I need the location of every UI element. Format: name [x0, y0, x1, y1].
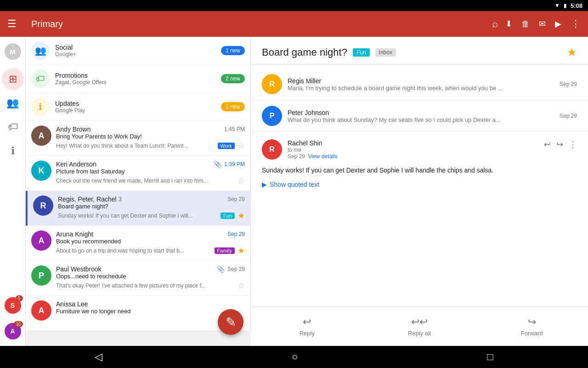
show-quoted-text[interactable]: ▶ Show quoted text [262, 181, 577, 188]
msg-exp-sender-rachel: Rachel Shin [288, 139, 538, 147]
sender-aruna-knight: Aruna Knight [56, 230, 225, 238]
star-paul-westbrook[interactable]: ☆ [237, 281, 245, 291]
attachment-keri-icon: 📎 [214, 161, 221, 168]
message-rachel-expanded: R Rachel Shin to me Sep 29 View details … [251, 132, 588, 199]
preview-aruna-knight: About to go on a trip and was hoping to … [56, 247, 212, 254]
tag-board-game: Fun [220, 213, 235, 219]
sender-andy-brown: Andy Brown [56, 126, 221, 133]
updates-new-badge: 1 new [221, 102, 245, 111]
avatar-keri-anderson: K [31, 161, 51, 181]
email-row-anissa-lee[interactable]: A Anissa Lee Furniture we no longer need… [26, 296, 250, 331]
promotions-new-badge: 2 new [221, 74, 245, 83]
avatar-andy-brown: A [31, 126, 51, 146]
email-detail: Board game night? Fun Inbox ★ R Regis Mi… [251, 37, 588, 346]
category-social[interactable]: 👥 Social Google+ 1 new [26, 37, 250, 65]
sidebar-item-people[interactable]: 👥 [2, 92, 24, 114]
detail-header: Board game night? Fun Inbox ★ [251, 37, 588, 65]
email-row-andy-brown[interactable]: A Andy Brown 1:45 PM Bring Your Parents … [26, 121, 250, 156]
social-category-name: Social [55, 44, 215, 51]
label-icon: 🏷 [8, 121, 18, 133]
preview-keri-anderson: Check out the new friend we made, Merril… [56, 178, 235, 184]
bottom-nav: ◁ ○ □ [0, 346, 588, 368]
recent-button[interactable]: □ [487, 351, 493, 363]
star-board-game[interactable]: ★ [237, 211, 245, 221]
app-title: Primary [31, 19, 485, 29]
subject-andy-brown: Bring Your Parents to Work Day! [56, 133, 245, 140]
email-row-aruna-knight[interactable]: A Aruna Knight Sep 29 Book you recommend… [26, 226, 250, 261]
email-row-keri-anderson[interactable]: K Keri Anderson 📎 1:39 PM Picture from l… [26, 156, 250, 191]
star-keri-anderson[interactable]: ☆ [237, 176, 245, 186]
detail-subject: Board game night? [262, 46, 347, 58]
sender-anissa-lee: Anissa Lee [56, 300, 245, 308]
social-category-icon: 👥 [31, 41, 50, 60]
view-details-link[interactable]: View details [308, 153, 338, 160]
msg-exp-to-rachel: to me [288, 147, 538, 153]
email-row-board-game[interactable]: R Regis, Peter, Rachel 3 Sep 29 Board ga… [26, 191, 250, 226]
time-paul-westbrook: Sep 29 [227, 266, 245, 272]
forward-button[interactable]: ↪ Forward [475, 310, 588, 342]
star-andy-brown[interactable]: ☆ [237, 141, 245, 151]
menu-icon[interactable]: ☰ [7, 18, 17, 30]
avatar-aruna-knight: A [31, 230, 51, 251]
search-icon[interactable]: ⌕ [492, 18, 498, 30]
sidebar-avatar[interactable]: M [2, 40, 24, 63]
subject-aruna-knight: Book you recommended [56, 238, 245, 245]
detail-tag-fun: Fun [353, 48, 370, 57]
updates-category-name: Updates [55, 100, 215, 107]
mail-button[interactable]: ✉ [539, 19, 546, 29]
email-row-paul-westbrook[interactable]: P Paul Westbrook 📎 Sep 29 Oops...need to… [26, 261, 250, 296]
label-button[interactable]: ▶ [555, 19, 561, 29]
sidebar-item-inbox[interactable]: ⊞ [2, 68, 24, 90]
sidebar-item-label[interactable]: 🏷 [2, 116, 24, 138]
avatar-regis: R [262, 74, 282, 94]
preview-board-game: Sunday works! If you can get Dexter and … [58, 213, 218, 219]
sidebar-avatar-bottom-2[interactable]: A 10 [2, 320, 24, 342]
message-peter[interactable]: P Peter Johnson What do you think about … [251, 100, 588, 132]
compose-fab[interactable]: ✎ [218, 309, 243, 335]
reply-all-icon: ↩↩ [411, 316, 428, 328]
people-icon: 👥 [6, 97, 19, 109]
forward-inline-button[interactable]: ↪ [556, 139, 563, 150]
compose-icon: ✎ [226, 315, 236, 330]
social-new-badge: 1 new [221, 46, 245, 55]
reply-button[interactable]: ↩ Reply [251, 310, 363, 342]
time-andy-brown: 1:45 PM [224, 126, 245, 132]
time-keri-anderson: 1:39 PM [224, 161, 245, 167]
sidebar-item-info[interactable]: ℹ [2, 140, 24, 162]
more-inline-button[interactable]: ⋮ [569, 139, 577, 150]
star-aruna-knight[interactable]: ★ [237, 246, 245, 256]
category-updates[interactable]: ℹ Updates Google Play 1 new [26, 93, 250, 121]
home-button[interactable]: ○ [292, 351, 298, 363]
messages-area: R Regis Miller Maria, I'm trying to sche… [251, 65, 588, 306]
message-regis[interactable]: R Regis Miller Maria, I'm trying to sche… [251, 69, 588, 100]
forward-label: Forward [521, 330, 543, 337]
social-category-subtitle: Google+ [55, 51, 215, 58]
delete-button[interactable]: 🗑 [521, 19, 530, 29]
status-time: 5:08 [571, 2, 582, 9]
back-button[interactable]: ◁ [95, 351, 102, 363]
subject-board-game: Board game night? [58, 203, 245, 210]
category-promotions[interactable]: 🏷 Promotions Zagat, Google Offers 2 new [26, 65, 250, 93]
tag-aruna-knight: Family [215, 247, 235, 254]
avatar-peter: P [262, 106, 282, 126]
battery-icon: ▮ [564, 2, 567, 9]
msg-exp-date-rachel: Sep 29 View details [288, 153, 538, 160]
email-list: 👥 Social Google+ 1 new 🏷 Promotions Zaga… [26, 37, 251, 331]
msg-preview-peter: What do you think about Sunday? My car s… [288, 116, 554, 123]
avatar-rachel: R [262, 139, 282, 160]
show-quoted-label: Show quoted text [270, 181, 319, 188]
sidebar-avatar-bottom-1[interactable]: S 5 [2, 294, 24, 316]
tag-andy-brown: Work [218, 143, 235, 149]
updates-category-subtitle: Google Play [55, 107, 215, 114]
archive-button[interactable]: ⬇ [505, 19, 512, 29]
avatar-paul-westbrook: P [31, 265, 51, 286]
avatar-board-game: R [33, 196, 53, 216]
reply-inline-button[interactable]: ↩ [544, 139, 551, 150]
reply-all-button[interactable]: ↩↩ Reply all [363, 310, 476, 342]
updates-category-icon: ℹ [31, 98, 50, 116]
inbox-icon: ⊞ [9, 73, 17, 85]
forward-icon: ↪ [528, 316, 536, 328]
more-options-button[interactable]: ⋮ [571, 18, 581, 30]
detail-star[interactable]: ★ [567, 46, 577, 59]
msg-sender-peter: Peter Johnson [288, 109, 554, 116]
